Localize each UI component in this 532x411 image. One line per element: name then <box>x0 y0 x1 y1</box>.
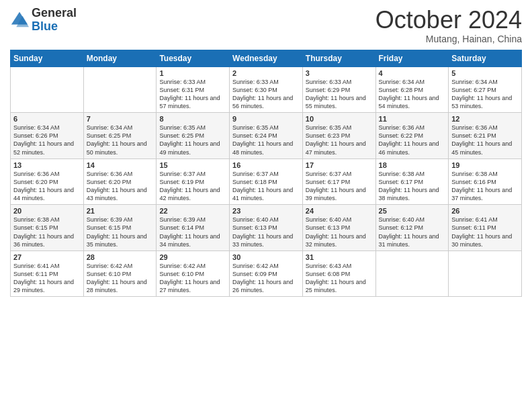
day-info: Sunrise: 6:39 AMSunset: 6:14 PMDaylight:… <box>159 216 226 248</box>
calendar-cell: 25Sunrise: 6:40 AMSunset: 6:12 PMDayligh… <box>375 205 449 251</box>
day-info: Sunrise: 6:33 AMSunset: 6:31 PMDaylight:… <box>159 78 226 111</box>
day-number: 6 <box>13 115 81 123</box>
calendar-cell: 8Sunrise: 6:35 AMSunset: 6:25 PMDaylight… <box>157 113 230 159</box>
calendar-week-row: 27Sunrise: 6:41 AMSunset: 6:11 PMDayligh… <box>11 250 522 297</box>
calendar-cell: 17Sunrise: 6:37 AMSunset: 6:17 PMDayligh… <box>302 158 375 205</box>
day-info: Sunrise: 6:33 AMSunset: 6:30 PMDaylight:… <box>232 78 300 111</box>
calendar-week-row: 1Sunrise: 6:33 AMSunset: 6:31 PMDaylight… <box>11 66 522 113</box>
day-number: 20 <box>13 207 81 215</box>
calendar-cell: 1Sunrise: 6:33 AMSunset: 6:31 PMDaylight… <box>157 66 230 113</box>
weekday-header: Saturday <box>449 50 522 66</box>
calendar-cell: 20Sunrise: 6:38 AMSunset: 6:15 PMDayligh… <box>11 205 84 251</box>
calendar-cell: 7Sunrise: 6:34 AMSunset: 6:25 PMDaylight… <box>83 113 157 159</box>
day-number: 13 <box>13 161 81 169</box>
weekday-header: Tuesday <box>157 50 230 66</box>
weekday-header: Friday <box>375 50 449 66</box>
day-number: 18 <box>379 161 446 169</box>
day-info: Sunrise: 6:36 AMSunset: 6:20 PMDaylight:… <box>87 170 154 203</box>
calendar-cell: 23Sunrise: 6:40 AMSunset: 6:13 PMDayligh… <box>230 205 303 251</box>
day-number: 26 <box>451 207 519 215</box>
day-info: Sunrise: 6:37 AMSunset: 6:18 PMDaylight:… <box>232 170 300 203</box>
calendar-cell: 28Sunrise: 6:42 AMSunset: 6:10 PMDayligh… <box>83 250 157 297</box>
day-info: Sunrise: 6:33 AMSunset: 6:29 PMDaylight:… <box>306 78 373 111</box>
calendar-cell: 2Sunrise: 6:33 AMSunset: 6:30 PMDaylight… <box>230 66 303 113</box>
day-info: Sunrise: 6:41 AMSunset: 6:11 PMDaylight:… <box>451 216 519 248</box>
day-number: 1 <box>159 69 226 77</box>
calendar-cell <box>11 66 84 113</box>
calendar-cell: 30Sunrise: 6:42 AMSunset: 6:09 PMDayligh… <box>230 250 303 297</box>
calendar-cell <box>449 250 522 297</box>
day-number: 7 <box>87 115 154 123</box>
day-number: 5 <box>451 69 519 77</box>
day-number: 11 <box>379 115 446 123</box>
day-info: Sunrise: 6:40 AMSunset: 6:12 PMDaylight:… <box>379 216 446 248</box>
day-number: 8 <box>159 115 226 123</box>
day-number: 19 <box>451 161 519 169</box>
weekday-header: Thursday <box>302 50 375 66</box>
day-info: Sunrise: 6:41 AMSunset: 6:11 PMDaylight:… <box>13 262 81 295</box>
calendar-week-row: 13Sunrise: 6:36 AMSunset: 6:20 PMDayligh… <box>11 158 522 205</box>
calendar-cell: 14Sunrise: 6:36 AMSunset: 6:20 PMDayligh… <box>83 158 157 205</box>
day-info: Sunrise: 6:36 AMSunset: 6:20 PMDaylight:… <box>13 170 81 203</box>
day-number: 15 <box>159 161 226 169</box>
calendar-cell <box>83 66 157 113</box>
logo: General Blue <box>10 7 77 34</box>
day-info: Sunrise: 6:37 AMSunset: 6:17 PMDaylight:… <box>306 170 373 203</box>
calendar-cell: 18Sunrise: 6:38 AMSunset: 6:17 PMDayligh… <box>375 158 449 205</box>
calendar-cell: 22Sunrise: 6:39 AMSunset: 6:14 PMDayligh… <box>157 205 230 251</box>
calendar-cell: 5Sunrise: 6:34 AMSunset: 6:27 PMDaylight… <box>449 66 522 113</box>
header: General Blue October 2024 Mutang, Hainan… <box>10 7 522 44</box>
day-info: Sunrise: 6:36 AMSunset: 6:22 PMDaylight:… <box>379 124 446 156</box>
day-number: 4 <box>379 69 446 77</box>
day-info: Sunrise: 6:34 AMSunset: 6:28 PMDaylight:… <box>379 78 446 111</box>
day-info: Sunrise: 6:35 AMSunset: 6:23 PMDaylight:… <box>306 124 373 156</box>
day-info: Sunrise: 6:38 AMSunset: 6:15 PMDaylight:… <box>13 216 81 248</box>
day-number: 23 <box>232 207 300 215</box>
day-number: 21 <box>87 207 154 215</box>
calendar-cell: 9Sunrise: 6:35 AMSunset: 6:24 PMDaylight… <box>230 113 303 159</box>
calendar-cell: 6Sunrise: 6:34 AMSunset: 6:26 PMDaylight… <box>11 113 84 159</box>
day-info: Sunrise: 6:40 AMSunset: 6:13 PMDaylight:… <box>232 216 300 248</box>
day-number: 30 <box>232 253 300 261</box>
calendar-cell: 16Sunrise: 6:37 AMSunset: 6:18 PMDayligh… <box>230 158 303 205</box>
day-number: 10 <box>306 115 373 123</box>
month-title: October 2024 <box>375 7 522 34</box>
subtitle: Mutang, Hainan, China <box>375 34 522 44</box>
title-block: October 2024 Mutang, Hainan, China <box>375 7 522 44</box>
calendar-cell: 4Sunrise: 6:34 AMSunset: 6:28 PMDaylight… <box>375 66 449 113</box>
day-number: 3 <box>306 69 373 77</box>
calendar-cell: 13Sunrise: 6:36 AMSunset: 6:20 PMDayligh… <box>11 158 84 205</box>
calendar-week-row: 6Sunrise: 6:34 AMSunset: 6:26 PMDaylight… <box>11 113 522 159</box>
calendar-cell: 11Sunrise: 6:36 AMSunset: 6:22 PMDayligh… <box>375 113 449 159</box>
calendar-week-row: 20Sunrise: 6:38 AMSunset: 6:15 PMDayligh… <box>11 205 522 251</box>
day-info: Sunrise: 6:37 AMSunset: 6:19 PMDaylight:… <box>159 170 226 203</box>
calendar-cell: 12Sunrise: 6:36 AMSunset: 6:21 PMDayligh… <box>449 113 522 159</box>
calendar-cell: 10Sunrise: 6:35 AMSunset: 6:23 PMDayligh… <box>302 113 375 159</box>
day-info: Sunrise: 6:38 AMSunset: 6:17 PMDaylight:… <box>379 170 446 203</box>
day-info: Sunrise: 6:39 AMSunset: 6:15 PMDaylight:… <box>87 216 154 248</box>
weekday-header: Sunday <box>11 50 84 66</box>
day-info: Sunrise: 6:43 AMSunset: 6:08 PMDaylight:… <box>306 262 373 295</box>
day-info: Sunrise: 6:34 AMSunset: 6:26 PMDaylight:… <box>13 124 81 156</box>
day-info: Sunrise: 6:35 AMSunset: 6:24 PMDaylight:… <box>232 124 300 156</box>
logo-text: General Blue <box>32 7 77 34</box>
day-info: Sunrise: 6:35 AMSunset: 6:25 PMDaylight:… <box>159 124 226 156</box>
calendar-header-row: SundayMondayTuesdayWednesdayThursdayFrid… <box>11 50 522 66</box>
calendar-table: SundayMondayTuesdayWednesdayThursdayFrid… <box>10 50 522 298</box>
calendar-cell: 31Sunrise: 6:43 AMSunset: 6:08 PMDayligh… <box>302 250 375 297</box>
calendar-cell: 24Sunrise: 6:40 AMSunset: 6:13 PMDayligh… <box>302 205 375 251</box>
day-number: 27 <box>13 253 81 261</box>
day-number: 28 <box>87 253 154 261</box>
weekday-header: Monday <box>83 50 157 66</box>
day-info: Sunrise: 6:34 AMSunset: 6:27 PMDaylight:… <box>451 78 519 111</box>
calendar-cell: 3Sunrise: 6:33 AMSunset: 6:29 PMDaylight… <box>302 66 375 113</box>
calendar-cell: 15Sunrise: 6:37 AMSunset: 6:19 PMDayligh… <box>157 158 230 205</box>
calendar-cell: 26Sunrise: 6:41 AMSunset: 6:11 PMDayligh… <box>449 205 522 251</box>
day-info: Sunrise: 6:42 AMSunset: 6:09 PMDaylight:… <box>232 262 300 295</box>
calendar-cell: 21Sunrise: 6:39 AMSunset: 6:15 PMDayligh… <box>83 205 157 251</box>
logo-icon <box>10 11 29 30</box>
day-info: Sunrise: 6:36 AMSunset: 6:21 PMDaylight:… <box>451 124 519 156</box>
day-number: 29 <box>159 253 226 261</box>
day-number: 16 <box>232 161 300 169</box>
day-number: 22 <box>159 207 226 215</box>
